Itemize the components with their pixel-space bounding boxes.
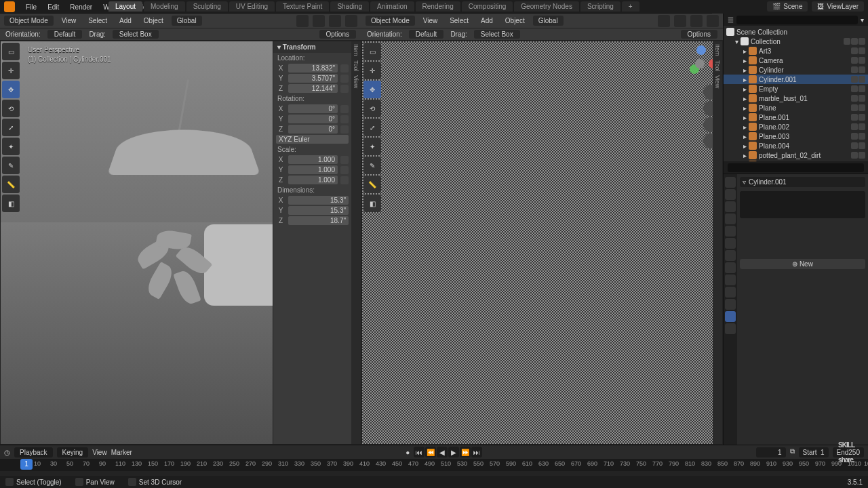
tool-select-box[interactable]: ▭ <box>2 43 20 60</box>
tree-item[interactable]: ▸Empty <box>724 84 868 94</box>
play-reverse-icon[interactable]: ◀ <box>437 447 448 458</box>
hdr-object-r[interactable]: Object <box>501 16 529 26</box>
tool-transform[interactable]: ✦ <box>2 138 20 155</box>
lock-icon[interactable] <box>340 156 349 164</box>
tab-rendering[interactable]: Rendering <box>416 1 460 12</box>
gizmo-center-icon[interactable] <box>695 59 705 68</box>
playhead[interactable]: 1 <box>20 459 33 470</box>
tab-add[interactable]: + <box>622 1 639 12</box>
tl-view[interactable]: View <box>92 449 107 456</box>
lock-icon[interactable] <box>340 85 349 93</box>
shading-rendered-icon[interactable] <box>345 15 357 27</box>
scene-selector[interactable]: 🎬Scene <box>767 1 808 12</box>
lock-icon[interactable] <box>340 176 349 184</box>
tree-item[interactable]: ▸Plane.002 <box>724 122 868 131</box>
rot-y-input[interactable]: 0° <box>288 115 338 123</box>
tree-item[interactable]: ▸Plane <box>724 103 868 113</box>
tl-keying[interactable]: Keying <box>57 447 89 458</box>
npanel-tab-view-r[interactable]: View <box>714 75 721 88</box>
timeline-ruler[interactable]: 1 10305070901101301501701902102302502702… <box>0 459 868 471</box>
preview-range-icon[interactable]: ⧉ <box>790 447 795 458</box>
tree-item[interactable]: ▸marble_bust_01 <box>724 94 868 103</box>
jump-start-icon[interactable]: ⏮ <box>414 447 425 458</box>
lock-icon[interactable] <box>340 166 349 174</box>
next-key-icon[interactable]: ⏩ <box>460 447 471 458</box>
tool-measure-r[interactable]: 📏 <box>363 176 381 193</box>
loc-y-input[interactable]: 3.5707" <box>288 74 338 83</box>
properties-search-input[interactable] <box>728 163 864 172</box>
tab-shading[interactable]: Shading <box>330 1 369 12</box>
viewlayer-selector[interactable]: 🖼ViewLayer <box>812 1 864 12</box>
prop-tab-viewlayer-icon[interactable] <box>725 201 736 212</box>
eye-icon[interactable] <box>851 66 858 73</box>
prop-tab-scene-icon[interactable] <box>725 214 736 224</box>
prop-tab-particle-icon[interactable] <box>725 262 736 273</box>
jump-end-icon[interactable]: ⏭ <box>471 447 482 458</box>
shading-matprev-icon[interactable] <box>329 15 341 27</box>
lock-icon[interactable] <box>340 115 349 123</box>
render-icon[interactable] <box>859 95 865 102</box>
viewport-right[interactable]: ▭ ✛ ✥ ⟲ ⤢ ✦ ✎ 📏 ◧ Item Tool View <box>361 41 723 445</box>
shading-matprev-icon-r[interactable] <box>690 15 703 27</box>
tree-item[interactable]: ▸Plane.004 <box>724 141 868 150</box>
eye-icon[interactable] <box>851 57 858 64</box>
rot-x-input[interactable]: 0° <box>288 104 338 113</box>
tool-measure[interactable]: 📏 <box>2 176 20 193</box>
prop-tab-material-icon[interactable] <box>725 311 736 322</box>
prop-tab-modifier-icon[interactable] <box>725 250 736 261</box>
drag-dropdown[interactable]: Select Box <box>113 30 159 39</box>
transform-orient-r[interactable]: Global <box>533 16 564 26</box>
tool-cursor[interactable]: ✛ <box>2 62 20 79</box>
eye-icon[interactable] <box>851 47 858 54</box>
prop-tab-output-icon[interactable] <box>725 189 736 200</box>
render-icon[interactable] <box>859 114 865 121</box>
tree-item[interactable]: ▸potted_plant_02_dirt <box>724 150 868 160</box>
tool-rotate-r[interactable]: ⟲ <box>363 100 381 117</box>
viewport-left[interactable]: ▭ ✛ ✥ ⟲ ⤢ ✦ ✎ 📏 ◧ User Perspective (1) C… <box>0 41 361 445</box>
tab-modeling[interactable]: Modeling <box>144 1 185 12</box>
tool-annotate[interactable]: ✎ <box>2 157 20 174</box>
mode-dropdown[interactable]: Object Mode <box>4 16 54 26</box>
material-slot-list[interactable] <box>740 191 865 218</box>
shading-solid-icon[interactable] <box>313 15 325 27</box>
render-icon[interactable] <box>859 57 865 64</box>
loc-x-input[interactable]: 13.832" <box>288 64 338 73</box>
render-icon[interactable] <box>859 104 865 111</box>
tool-move-r[interactable]: ✥ <box>363 81 381 98</box>
hdr-add-r[interactable]: Add <box>477 16 497 26</box>
hdr-add[interactable]: Add <box>115 16 136 26</box>
prop-tab-object-icon[interactable] <box>725 238 736 249</box>
tab-scripting[interactable]: Scripting <box>580 1 620 12</box>
npanel-tab-tool[interactable]: Tool <box>353 60 359 72</box>
transform-orient[interactable]: Global <box>172 16 202 26</box>
prev-key-icon[interactable]: ⏪ <box>425 447 436 458</box>
render-icon[interactable] <box>859 152 865 159</box>
tab-texpaint[interactable]: Texture Paint <box>276 1 329 12</box>
dim-z-input[interactable]: 18.7" <box>288 216 349 225</box>
eye-icon[interactable] <box>851 95 858 102</box>
tool-transform-r[interactable]: ✦ <box>363 138 381 155</box>
npanel-tab-item[interactable]: Item <box>353 44 359 56</box>
tool-scale-r[interactable]: ⤢ <box>363 119 381 136</box>
lock-icon[interactable] <box>340 105 349 113</box>
scale-x-input[interactable]: 1.000 <box>288 155 338 164</box>
prop-tab-physics-icon[interactable] <box>725 274 736 285</box>
tree-item[interactable]: ▸Cylinder <box>724 65 868 75</box>
eye-icon[interactable] <box>851 142 858 149</box>
hdr-view-r[interactable]: View <box>419 16 442 26</box>
shading-wire-icon[interactable] <box>296 15 309 27</box>
prop-tab-constraint-icon[interactable] <box>725 287 736 298</box>
prop-tab-render-icon[interactable] <box>725 177 736 188</box>
outliner-editor-icon[interactable]: ☰ <box>728 16 734 24</box>
shading-rendered-icon-r[interactable] <box>707 15 719 27</box>
options-dropdown[interactable]: Options <box>319 30 356 39</box>
render-icon[interactable] <box>859 142 865 149</box>
tool-scale[interactable]: ⤢ <box>2 119 20 136</box>
options-dropdown-r[interactable]: Options <box>681 30 717 39</box>
tool-add-primitive[interactable]: ◧ <box>2 195 20 212</box>
render-icon[interactable] <box>859 85 865 92</box>
tab-animation[interactable]: Animation <box>370 1 414 12</box>
lock-icon[interactable] <box>340 75 349 83</box>
gizmo-z-icon[interactable] <box>696 45 706 55</box>
npanel-header[interactable]: ▾ Transform <box>273 41 351 53</box>
